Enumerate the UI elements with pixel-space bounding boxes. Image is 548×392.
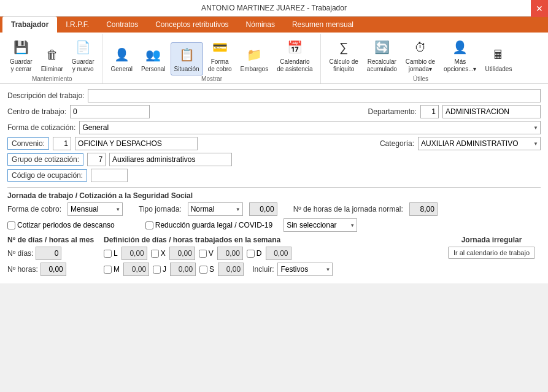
jornada-main-row: Forma de cobro: Mensual Quincenal Semana… — [7, 202, 541, 216]
reduccion-checkbox[interactable] — [145, 221, 153, 229]
horas-jornada-input[interactable] — [409, 202, 438, 216]
departamento-num-input[interactable] — [420, 105, 439, 118]
reduccion-select[interactable]: Sin seleccionar — [284, 218, 357, 232]
convenio-name-input[interactable] — [75, 137, 198, 150]
cotizar-reduccion-row: Cotizar periodos de descanso Reducción g… — [7, 218, 541, 232]
day-M-checkbox[interactable] — [104, 266, 112, 274]
utilidades-label: Utilidades — [485, 66, 512, 73]
tab-irpf[interactable]: I.R.P.F. — [57, 17, 98, 33]
eliminar-label: Eliminar — [41, 66, 63, 73]
day-S-checkbox[interactable] — [199, 266, 207, 274]
tipo-jornada-select[interactable]: Normal Parcial Especial — [188, 202, 243, 216]
grupo-cotizacion-name-input[interactable] — [109, 153, 232, 166]
day-J-input[interactable] — [170, 263, 196, 276]
tab-contratos[interactable]: Contratos — [98, 17, 147, 33]
day-V-checkbox[interactable] — [199, 250, 207, 258]
tipo-jornada-wrapper[interactable]: Normal Parcial Especial — [188, 202, 243, 216]
ribbon-btn-recalcular[interactable]: 🔄Recalcularacumulado — [363, 35, 401, 75]
day-J-checkbox[interactable] — [153, 266, 161, 274]
ribbon-btn-cambio-jornada[interactable]: ⏱Cambio dejornada▾ — [402, 35, 439, 75]
ribbon-btn-embargos[interactable]: 📁Embargos — [237, 42, 272, 75]
departamento-label: Departamento: — [368, 107, 417, 116]
forma-cotizacion-row: Forma de cotización: General — [7, 121, 541, 134]
day-L-checkbox[interactable] — [104, 250, 112, 258]
close-button[interactable]: ✕ — [531, 0, 548, 17]
forma-cotizacion-wrapper[interactable]: General — [79, 121, 541, 134]
eliminar-icon: 🗑 — [42, 45, 62, 64]
descripcion-input[interactable] — [88, 89, 541, 102]
guardar-nuevo-label: Guardary nuevo — [72, 58, 95, 73]
day-D-label[interactable]: D — [247, 249, 262, 258]
convenio-num-input[interactable] — [53, 137, 71, 150]
ribbon-btn-personal[interactable]: 👥Personal — [137, 42, 169, 75]
recalcular-label: Recalcularacumulado — [367, 58, 397, 73]
horas-jornada-label: Nº de horas de la jornada normal: — [293, 205, 403, 213]
day-M-label[interactable]: M — [104, 265, 120, 274]
ribbon-group-label-útiles: Útiles — [413, 75, 428, 83]
ribbon-btn-guardar-nuevo[interactable]: 📄Guardary nuevo — [68, 35, 98, 75]
day-L-label[interactable]: L — [104, 249, 118, 258]
tab-trabajador[interactable]: Trabajador — [2, 17, 57, 33]
grupo-cotizacion-num-input[interactable] — [87, 153, 106, 166]
num-dias-label: Nº días: — [7, 249, 33, 258]
forma-cobro-wrapper[interactable]: Mensual Quincenal Semanal — [68, 202, 123, 216]
tipo-jornada-num-input[interactable] — [249, 202, 277, 216]
num-horas-input[interactable] — [41, 263, 66, 276]
ribbon-btn-forma-cobro[interactable]: 💳Formade cobro — [204, 35, 236, 75]
day-L-input[interactable] — [122, 247, 147, 260]
reduccion-label[interactable]: Reducción guarda legal / COVID-19 — [145, 221, 272, 229]
day-D-input[interactable] — [266, 247, 291, 260]
day-V-input[interactable] — [217, 247, 243, 260]
descripcion-row: Descripción del trabajo: — [7, 89, 541, 102]
days-hours-section: Nº de días / horas al mes Nº días: Nº ho… — [7, 236, 541, 279]
categoria-select[interactable]: AUXILIAR ADMINISTRATIVO — [418, 137, 541, 150]
ribbon-btn-utilidades[interactable]: 🖩Utilidades — [481, 42, 515, 75]
calculo-finiquito-icon: ∑ — [334, 37, 353, 57]
incluir-wrapper[interactable]: Festivos No festivos — [277, 263, 333, 276]
num-dias-input[interactable] — [36, 247, 61, 260]
grupo-cotizacion-label: Grupo de cotización: — [7, 153, 83, 166]
forma-cotizacion-label: Forma de cotización: — [7, 123, 75, 132]
centro-input[interactable] — [70, 105, 150, 118]
ribbon-btn-guardar-cerrar[interactable]: 💾Guardary cerrar — [6, 35, 36, 75]
categoria-wrapper[interactable]: AUXILIAR ADMINISTRATIVO — [418, 137, 541, 150]
cotizar-descanso-checkbox[interactable] — [7, 221, 15, 229]
utilidades-icon: 🖩 — [488, 45, 508, 64]
day-D-checkbox[interactable] — [247, 250, 255, 258]
day-J-label[interactable]: J — [153, 265, 166, 274]
ribbon-btn-eliminar[interactable]: 🗑Eliminar — [37, 42, 67, 75]
codigo-ocupacion-input[interactable] — [91, 169, 128, 182]
calculo-finiquito-label: Cálculo definiquito — [330, 58, 358, 73]
personal-icon: 👥 — [144, 45, 163, 64]
ribbon-btn-calculo-finiquito[interactable]: ∑Cálculo definiquito — [326, 35, 362, 75]
forma-cotizacion-select[interactable]: General — [79, 121, 541, 134]
reduccion-select-wrapper[interactable]: Sin seleccionar — [284, 218, 357, 232]
calendario-trabajo-button[interactable]: Ir al calendario de trabajo — [448, 247, 535, 259]
forma-cobro-select[interactable]: Mensual Quincenal Semanal — [68, 202, 123, 216]
departamento-name-input[interactable] — [442, 105, 541, 118]
day-X-input[interactable] — [169, 247, 195, 260]
day-S-label[interactable]: S — [199, 265, 214, 274]
semana-col: Definición de días / horas trabajados en… — [104, 236, 433, 279]
ribbon-group-útiles: ∑Cálculo definiquito🔄Recalcularacumulado… — [322, 34, 520, 83]
day-M-input[interactable] — [123, 263, 149, 276]
cotizar-descanso-label[interactable]: Cotizar periodos de descanso — [7, 221, 115, 229]
day-V-label[interactable]: V — [199, 249, 214, 258]
ribbon-btn-general[interactable]: 👤General — [107, 42, 137, 75]
day-X-checkbox[interactable] — [151, 250, 159, 258]
ribbon-btn-mas-opciones[interactable]: 👤Másopciones...▾ — [440, 35, 480, 75]
mas-opciones-icon: 👤 — [450, 37, 470, 57]
tab-conceptos[interactable]: Conceptos retributivos — [147, 17, 237, 33]
grupo-codigo-row: Grupo de cotización: — [7, 153, 541, 166]
day-X-label[interactable]: X — [151, 249, 166, 258]
num-horas-label: Nº horas: — [7, 265, 38, 274]
dias-horas-col: Nº de días / horas al mes Nº días: Nº ho… — [7, 236, 94, 279]
incluir-select[interactable]: Festivos No festivos — [277, 263, 333, 276]
tab-nominas[interactable]: Nóminas — [237, 17, 284, 33]
tab-resumen[interactable]: Resumen mensual — [284, 17, 362, 33]
ribbon-btn-situacion[interactable]: 📋Situación — [171, 42, 203, 75]
codigo-ocupacion-row: Código de ocupación: — [7, 169, 541, 182]
ribbon-btn-calendario[interactable]: 📅Calendariode asistencia — [273, 35, 316, 75]
jornada-irregular-title: Jornada irregular — [442, 236, 541, 244]
day-S-input[interactable] — [218, 263, 244, 276]
